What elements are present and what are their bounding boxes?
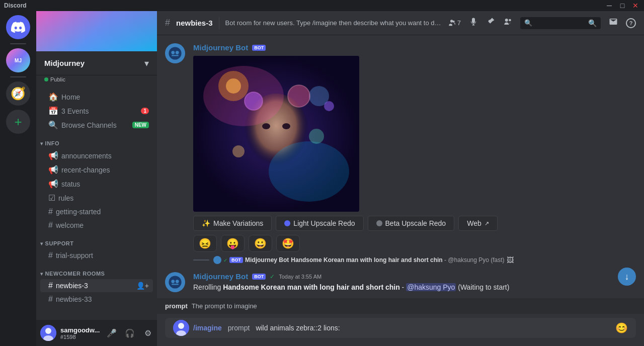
channel-getting-started[interactable]: # getting-started <box>40 205 153 218</box>
category-newcomer[interactable]: ▾ NEWCOMER ROOMS <box>36 263 157 279</box>
prompt-label: prompt <box>165 302 188 310</box>
scroll-down-button[interactable]: ↓ <box>618 268 636 286</box>
minimize-btn[interactable]: ─ <box>605 2 614 10</box>
midjourney-server-icon[interactable]: MJ <box>6 48 30 72</box>
server-dropdown-icon[interactable]: ▾ <box>144 58 149 69</box>
explore-servers-button[interactable]: 🧭 <box>6 81 30 106</box>
channel-status[interactable]: 📢 status <box>40 177 153 191</box>
message-input[interactable] <box>256 318 607 338</box>
svg-point-18 <box>269 141 349 202</box>
window-controls: ─ □ ✕ <box>605 2 640 10</box>
beta-upscale-icon <box>376 220 382 226</box>
web-button[interactable]: Web ↗ <box>458 216 498 231</box>
message-rerolling: Midjourney Bot BOT ✓ Today at 3:55 AM Re… <box>165 272 636 293</box>
channel-recent-changes[interactable]: 📢 recent-changes <box>40 163 153 177</box>
channel-name-getting-started: getting-started <box>56 208 149 216</box>
add-server-button[interactable]: + <box>6 110 30 134</box>
user-controls: 🎤 🎧 ⚙ <box>104 325 156 341</box>
beta-upscale-redo-button[interactable]: Beta Upscale Redo <box>368 216 455 231</box>
channel-newbies-33[interactable]: # newbies-33 <box>40 293 153 306</box>
svg-point-25 <box>176 280 179 283</box>
mute-button[interactable]: 🎤 <box>104 325 120 341</box>
svg-point-22 <box>232 145 245 157</box>
help-icon[interactable]: ? <box>626 18 636 28</box>
prompt-info-bar: prompt The prompt to imagine <box>157 298 644 314</box>
mute-channel-icon[interactable] <box>469 17 478 29</box>
svg-point-4 <box>509 19 511 22</box>
input-user-avatar <box>173 320 189 336</box>
deafen-button[interactable]: 🎧 <box>122 325 138 341</box>
verified-icon-2: ✓ <box>270 273 275 280</box>
username: samgoodw... <box>60 326 100 334</box>
channel-newbies-3[interactable]: # newbies-3 👤+ <box>40 279 153 292</box>
message-content-2: Midjourney Bot BOT ✓ Today at 3:55 AM Re… <box>193 272 636 293</box>
channel-icon-status: 📢 <box>48 179 58 189</box>
member-count-number: 7 <box>457 19 461 27</box>
reaction-starstruck[interactable]: 🤩 <box>276 235 300 252</box>
svg-point-15 <box>262 123 270 129</box>
channel-icon-recent-changes: 📢 <box>48 165 58 175</box>
channel-trial-support[interactable]: # trial-support <box>40 249 153 262</box>
channel-icon-newbies-3: # <box>48 281 53 290</box>
input-wrapper: /imagine prompt 😊 <box>165 318 636 338</box>
search-input[interactable] <box>524 19 585 27</box>
svg-point-24 <box>171 280 175 283</box>
beta-upscale-label: Beta Upscale Redo <box>385 219 446 227</box>
discord-wordmark: Discord <box>4 2 27 9</box>
main-content: # newbies-3 Bot room for new users. Type… <box>157 11 644 346</box>
server-divider-2 <box>10 76 26 77</box>
members-icon[interactable] <box>503 17 512 29</box>
server-status-text: Public <box>50 76 65 82</box>
discord-home-button[interactable] <box>6 15 30 39</box>
ref-author: Midjourney Bot <box>245 256 289 264</box>
message-image <box>193 56 359 212</box>
reaction-tongue[interactable]: 😛 <box>221 235 245 252</box>
reaction-grin[interactable]: 😀 <box>249 235 272 252</box>
svg-point-1 <box>45 328 51 334</box>
svg-point-6 <box>171 51 175 54</box>
svg-point-16 <box>282 123 290 129</box>
category-support-label: SUPPORT <box>45 240 74 246</box>
message-image-container <box>193 56 636 212</box>
channel-icon-newbies-33: # <box>48 295 53 304</box>
channel-rules[interactable]: ☑ rules <box>40 191 153 205</box>
channel-welcome[interactable]: # welcome <box>40 219 153 232</box>
message-author-2: Midjourney Bot <box>193 272 248 281</box>
svg-rect-8 <box>172 55 179 56</box>
header-icons: 7 🔍 ? <box>447 17 636 29</box>
server-header[interactable]: Midjourney ▾ <box>36 51 157 75</box>
make-variations-button[interactable]: ✨ Make Variations <box>193 216 272 231</box>
status-indicator <box>44 77 48 81</box>
user-discriminator: #1598 <box>60 334 100 340</box>
maximize-btn[interactable]: □ <box>618 2 627 10</box>
prompt-hint-text: The prompt to imagine <box>192 302 257 310</box>
message-content-1: Midjourney Bot BOT <box>193 43 636 252</box>
sidebar-item-home[interactable]: 🏠 Home <box>40 90 153 104</box>
search-box[interactable]: 🔍 <box>520 17 601 29</box>
category-support[interactable]: ▾ SUPPORT <box>36 232 157 248</box>
message-header-2: Midjourney Bot BOT ✓ Today at 3:55 AM <box>193 272 636 281</box>
emoji-picker-button[interactable]: 😊 <box>611 318 632 338</box>
category-info[interactable]: ▾ INFO <box>36 132 157 148</box>
mention-haksung: @haksung Pyo <box>406 283 456 291</box>
channel-icon-getting-started: # <box>48 207 53 216</box>
channel-icon-trial: # <box>48 251 53 260</box>
light-upscale-redo-button[interactable]: Light Upscale Redo <box>276 216 363 231</box>
reaction-angry[interactable]: 😖 <box>193 235 217 252</box>
messages-area: Midjourney Bot BOT <box>157 35 644 298</box>
message-text-2: Rerolling Handsome Korean man with long … <box>193 283 636 293</box>
channel-add-member-icon[interactable]: 👤+ <box>136 282 149 290</box>
category-arrow-support: ▾ <box>40 241 43 246</box>
channel-announcements[interactable]: 📢 announcements <box>40 149 153 162</box>
inbox-icon[interactable] <box>609 17 618 29</box>
server-list: MJ 🧭 + <box>0 11 36 346</box>
server-name: Midjourney <box>44 59 144 67</box>
user-settings-button[interactable]: ⚙ <box>140 325 156 341</box>
close-btn[interactable]: ✕ <box>631 2 640 10</box>
sidebar-item-browse[interactable]: 🔍 Browse Channels NEW <box>40 118 153 132</box>
sidebar-item-events[interactable]: 📅 3 Events 1 <box>40 104 153 118</box>
pin-icon[interactable] <box>486 17 495 29</box>
face-art <box>193 56 359 212</box>
ref-bot-tag: BOT <box>229 257 243 263</box>
channel-icon-announcements: 📢 <box>48 151 58 160</box>
